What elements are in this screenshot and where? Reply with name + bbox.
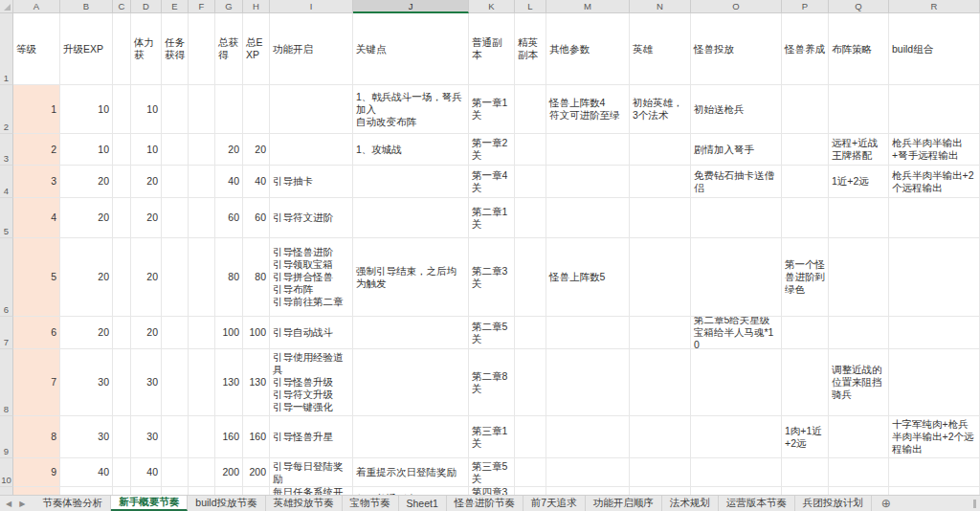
cell-M9[interactable] [546,416,630,458]
cell-I9[interactable]: 引导怪兽升星 [270,416,353,458]
cell-F11[interactable] [189,487,215,495]
cell-G8[interactable]: 130 [215,349,243,416]
row-header-2[interactable]: 2 [0,85,13,134]
sheet-tab-2[interactable]: build投放节奏 [188,496,265,511]
cell-R2[interactable] [889,85,980,134]
cell-H4[interactable]: 40 [243,166,270,198]
cell-D11[interactable]: 60 [131,487,162,495]
cell-J11[interactable]: 每日普通副本1 exp00 [353,487,469,495]
cell-L7[interactable] [515,317,546,349]
cell-H9[interactable]: 160 [243,416,270,458]
cell-L11[interactable] [515,487,546,495]
cell-E10[interactable] [162,458,189,487]
cell-N1[interactable]: 英雄 [630,13,691,85]
cell-F1[interactable] [189,13,215,85]
column-header-R[interactable]: R [889,0,980,13]
cell-M5[interactable] [546,198,630,238]
row-header-5[interactable]: 5 [0,198,13,238]
cell-O4[interactable]: 免费钻石抽卡送僧侣 [691,166,782,198]
cell-J4[interactable] [353,166,469,198]
cell-Q1[interactable]: 布阵策略 [829,13,889,85]
cell-L6[interactable] [515,238,546,317]
cell-C8[interactable] [113,349,131,416]
cell-I3[interactable] [270,134,353,166]
cell-M6[interactable]: 怪兽上阵数5 [546,238,630,317]
cell-F6[interactable] [189,238,215,317]
cell-P8[interactable] [782,349,829,416]
cell-E9[interactable] [162,416,189,458]
column-header-A[interactable]: A [13,0,60,13]
cell-A8[interactable]: 7 [13,349,60,416]
cell-F2[interactable] [189,85,215,134]
cell-L4[interactable] [515,166,546,198]
cell-R7[interactable] [889,317,980,349]
row-header-8[interactable]: 8 [0,349,13,416]
cell-N7[interactable] [630,317,691,349]
cell-B9[interactable]: 30 [60,416,113,458]
cell-O2[interactable]: 初始送枪兵 [691,85,782,134]
cell-K6[interactable]: 第二章3关 [469,238,515,317]
cell-M10[interactable] [546,458,630,487]
cell-K2[interactable]: 第一章1关 [469,85,515,134]
cell-R11[interactable] [889,487,980,495]
cell-J9[interactable] [353,416,469,458]
cell-A10[interactable]: 9 [13,458,60,487]
cell-Q11[interactable] [829,487,889,495]
cell-O10[interactable] [691,458,782,487]
add-sheet-button[interactable]: ⊕ [872,496,901,511]
cell-E2[interactable] [162,85,189,134]
cell-N2[interactable]: 初始英雄，3个法术 [630,85,691,134]
cell-F4[interactable] [189,166,215,198]
cell-K11[interactable]: 第四章3关 [469,487,515,495]
cell-G7[interactable]: 100 [215,317,243,349]
sheet-tab-6[interactable]: 怪兽进阶节奏 [447,496,523,511]
cell-B5[interactable]: 20 [60,198,113,238]
cell-D1[interactable]: 体力获 [131,13,162,85]
cell-H5[interactable]: 60 [243,198,270,238]
column-header-G[interactable]: G [215,0,243,13]
sheet-tab-11[interactable]: 兵团投放计划 [795,496,872,511]
column-header-I[interactable]: I [270,0,353,13]
cell-D9[interactable]: 30 [131,416,162,458]
cell-J5[interactable] [353,198,469,238]
cell-P4[interactable] [782,166,829,198]
sheet-tab-4[interactable]: 宝物节奏 [343,496,399,511]
cell-H1[interactable]: 总EXP [243,13,270,85]
tab-nav-right-button[interactable]: ▶ [19,500,25,508]
cell-H11[interactable]: 260 [243,487,270,495]
column-header-D[interactable]: D [131,0,162,13]
cell-L1[interactable]: 精英副本 [515,13,546,85]
sheet-tab-3[interactable]: 英雄投放节奏 [266,496,343,511]
sheet-tab-0[interactable]: 节奏体验分析 [34,496,111,511]
cell-B1[interactable]: 升级EXP [60,13,113,85]
cell-M2[interactable]: 怪兽上阵数4 符文可进阶至绿 [546,85,630,134]
cell-C11[interactable] [113,487,131,495]
cell-N10[interactable] [630,458,691,487]
column-header-C[interactable]: C [113,0,131,13]
cell-L8[interactable] [515,349,546,416]
cell-L2[interactable] [515,85,546,134]
column-header-H[interactable]: H [243,0,270,13]
cell-K7[interactable]: 第二章5关 [469,317,515,349]
cell-L3[interactable] [515,134,546,166]
cell-O3[interactable]: 剧情加入弩手 [691,134,782,166]
column-header-O[interactable]: O [691,0,782,13]
cell-P9[interactable]: 1肉+1近+2远 [782,416,829,458]
cell-E5[interactable] [162,198,189,238]
cell-P11[interactable] [782,487,829,495]
cell-O9[interactable] [691,416,782,458]
cell-C2[interactable] [113,85,131,134]
cell-I11[interactable]: 每日任务系统开启 [270,487,353,495]
cell-A4[interactable]: 3 [13,166,60,198]
cell-I8[interactable]: 引导使用经验道具 引导怪兽升级 引导符文升级 引导一键强化 [270,349,353,416]
sheet-tab-5[interactable]: Sheet1 [399,496,447,511]
cell-J1[interactable]: 关键点 [353,13,469,85]
cell-O1[interactable]: 怪兽投放 [691,13,782,85]
cell-C5[interactable] [113,198,131,238]
cell-R10[interactable] [889,458,980,487]
column-header-F[interactable]: F [189,0,215,13]
cell-N8[interactable] [630,349,691,416]
cell-I6[interactable]: 引导怪兽进阶 引导领取宝箱 引导拼合怪兽 引导布阵 引导前往第二章 [270,238,353,317]
cell-B11[interactable]: 60 [60,487,113,495]
cell-K1[interactable]: 普通副本 [469,13,515,85]
